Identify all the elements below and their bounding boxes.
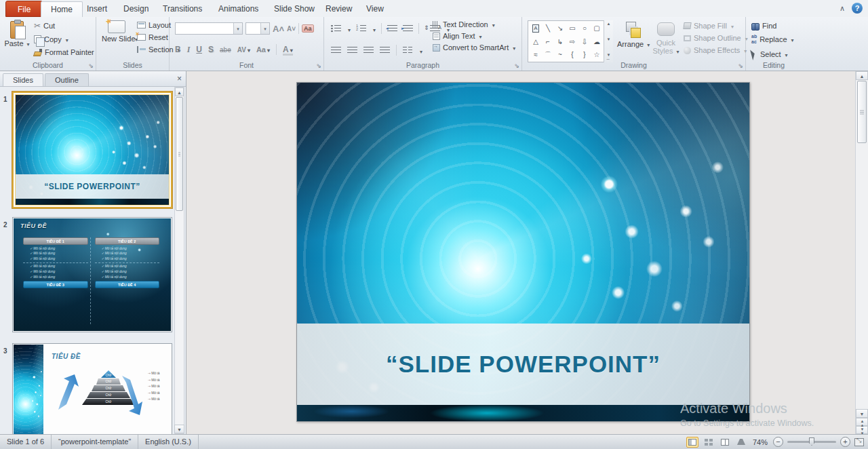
replace-button[interactable]: abac Replace [751, 34, 794, 45]
dialog-launcher-icon[interactable]: ⇘ [88, 62, 94, 69]
shapes-scroll-down-icon[interactable]: ▼ [607, 37, 611, 41]
shape-arrow-icon[interactable]: ↘ [557, 25, 563, 32]
normal-view-button[interactable] [686, 437, 698, 448]
tab-view[interactable]: View [357, 1, 393, 17]
collapse-ribbon-icon[interactable]: ∧ [840, 4, 845, 13]
shapes-more-icon[interactable]: ▼─ [607, 53, 611, 61]
shape-effects-button[interactable]: Shape Effects [684, 46, 748, 54]
underline-button[interactable]: U [196, 45, 202, 54]
shapes-scroll-up-icon[interactable]: ▲ [607, 22, 611, 26]
cut-button[interactable]: Cut [34, 21, 94, 31]
dialog-launcher-icon[interactable]: ⇘ [316, 62, 321, 69]
tab-transitions[interactable]: Transitions [153, 1, 212, 17]
zoom-in-button[interactable]: + [840, 437, 850, 447]
tab-animations[interactable]: Animations [209, 1, 268, 17]
shape-star-icon[interactable]: ☆ [594, 52, 600, 58]
find-button[interactable]: Find [751, 22, 794, 30]
shape-left-brace-icon[interactable]: { [571, 52, 573, 58]
strikethrough-button[interactable]: abe [220, 46, 231, 54]
text-shadow-button[interactable]: S [208, 45, 214, 54]
font-color-button[interactable]: A [283, 45, 293, 54]
zoom-percentage[interactable]: 74% [753, 438, 768, 446]
shape-elbow-connector-icon[interactable]: ⌐ [546, 39, 550, 45]
columns-button[interactable] [403, 47, 412, 54]
scroll-down-icon[interactable]: ▼ [174, 425, 184, 433]
shape-elbow-arrow-connector-icon[interactable]: ↳ [557, 39, 563, 45]
zoom-slider[interactable] [787, 441, 836, 443]
grow-font-button[interactable]: A˄ [273, 24, 284, 34]
shape-oval-icon[interactable]: ○ [583, 25, 587, 32]
dialog-launcher-icon[interactable]: ⇘ [514, 62, 519, 69]
panel-tab-outline[interactable]: Outline [45, 73, 89, 86]
arrange-button[interactable]: Arrange [617, 20, 650, 48]
shape-down-arrow-icon[interactable]: ⇩ [582, 39, 587, 45]
shape-curve-icon[interactable]: ~ [558, 52, 562, 58]
dialog-launcher-icon[interactable]: ⇘ [738, 62, 743, 69]
decrease-indent-button[interactable] [387, 25, 397, 33]
fit-to-window-button[interactable] [854, 438, 864, 446]
scroll-up-icon[interactable]: ▲ [175, 87, 184, 96]
paste-button[interactable]: Paste [4, 20, 30, 62]
quick-styles-button[interactable]: Quick Styles [651, 20, 681, 55]
italic-button[interactable]: I [187, 45, 191, 55]
close-panel-icon[interactable]: × [177, 74, 182, 83]
justify-button[interactable] [380, 47, 390, 54]
change-case-button[interactable]: Aa [256, 45, 270, 54]
bold-button[interactable]: B [175, 45, 181, 54]
bullets-button[interactable] [331, 25, 341, 33]
slide-thumbnail-2[interactable]: 2 TIÊU ĐỀ TIÊU ĐỀ 1 ✓ Mô tả nội dung ✓ M… [12, 217, 172, 332]
shape-right-arrow-icon[interactable]: ⇨ [570, 39, 575, 45]
copy-button[interactable]: Copy [34, 35, 94, 43]
shape-rectangle-icon[interactable]: ▭ [569, 25, 575, 32]
new-slide-button[interactable]: New Slide [102, 20, 132, 67]
shape-text-box-icon[interactable]: A [532, 24, 539, 33]
slide-thumbnail-1[interactable]: 1 “SLIDE POWERPOINT” [12, 92, 172, 208]
align-text-button[interactable]: Align Text [433, 32, 515, 40]
font-name-dropdown[interactable]: ▾ [175, 22, 243, 35]
panel-scrollbar-thumb[interactable] [176, 97, 183, 211]
panel-tab-slides[interactable]: Slides [3, 73, 43, 86]
panel-scrollbar[interactable]: ▲ ▼ [174, 87, 184, 434]
scroll-up-icon[interactable]: ▲ [856, 71, 868, 80]
increase-indent-button[interactable] [403, 25, 413, 33]
shape-cloud-icon[interactable]: ☁ [593, 39, 600, 45]
next-slide-button[interactable]: ▼▼ [856, 426, 868, 434]
slide-editing-area[interactable]: “SLIDE POWERPOINT” [296, 82, 750, 422]
format-painter-button[interactable]: Format Painter [34, 48, 94, 56]
shape-triangle-icon[interactable]: △ [533, 39, 538, 45]
shape-line-icon[interactable]: ╲ [546, 25, 550, 32]
scroll-down-icon[interactable]: ▼ [856, 409, 868, 418]
shape-fill-button[interactable]: Shape Fill [684, 22, 748, 30]
select-button[interactable]: Select [751, 49, 794, 60]
reading-view-button[interactable] [719, 437, 731, 448]
tab-home[interactable]: Home [41, 1, 83, 17]
text-direction-button[interactable]: Text Direction [433, 20, 515, 28]
tab-file[interactable]: File [5, 1, 43, 17]
shape-right-brace-icon[interactable]: } [583, 52, 585, 58]
character-spacing-button[interactable]: AV [237, 46, 250, 54]
align-center-button[interactable] [347, 47, 357, 54]
previous-slide-button[interactable]: ▲▲ [856, 418, 868, 426]
numbering-button[interactable] [356, 25, 366, 33]
help-icon[interactable]: ? [852, 3, 863, 14]
slide-sorter-view-button[interactable] [703, 437, 715, 448]
font-size-dropdown[interactable]: ▾ [245, 22, 270, 35]
chevron-down-icon[interactable]: ▾ [233, 23, 242, 34]
language-indicator[interactable]: English (U.S.) [138, 435, 199, 449]
zoom-out-button[interactable]: − [773, 437, 783, 447]
main-scrollbar[interactable]: ▲ ▼ ▲▲ ▼▼ [855, 71, 868, 434]
tab-insert[interactable]: Insert [77, 1, 117, 17]
tab-review[interactable]: Review [316, 1, 361, 17]
tab-design[interactable]: Design [114, 1, 158, 17]
slideshow-view-button[interactable] [735, 437, 747, 448]
zoom-slider-thumb[interactable] [809, 437, 814, 446]
tab-slideshow[interactable]: Slide Show [264, 1, 324, 17]
slide-title-text[interactable]: “SLIDE POWERPOINT” [386, 351, 660, 378]
shape-scribble-icon[interactable]: ≈ [534, 52, 538, 58]
shape-rounded-rectangle-icon[interactable]: ▢ [593, 25, 599, 32]
align-left-button[interactable] [331, 47, 341, 54]
convert-to-smartart-button[interactable]: Convert to SmartArt [433, 43, 515, 52]
align-right-button[interactable] [363, 47, 374, 54]
clear-formatting-button[interactable]: Aa [302, 24, 314, 33]
editing-canvas[interactable]: “SLIDE POWERPOINT” Activate Windows Go t… [187, 71, 852, 434]
